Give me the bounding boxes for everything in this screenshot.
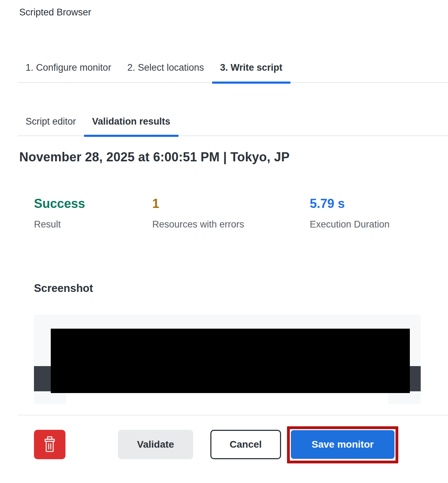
wizard-tab-configure-monitor[interactable]: 1. Configure monitor: [18, 59, 119, 82]
stat-result-label: Result: [34, 219, 85, 230]
screenshot-heading: Screenshot: [34, 282, 93, 295]
result-tabbar: Script editor Validation results: [18, 113, 448, 136]
stat-resources-label: Resources with errors: [152, 219, 244, 230]
tab-script-editor[interactable]: Script editor: [18, 113, 84, 135]
stat-duration-value: 5.79 s: [310, 197, 390, 211]
save-monitor-button[interactable]: Save monitor: [291, 430, 394, 459]
screenshot-redaction-box: [51, 329, 410, 393]
trash-icon: [42, 435, 58, 454]
stat-resources-value: 1: [152, 197, 244, 211]
cancel-button[interactable]: Cancel: [210, 430, 281, 459]
stat-execution-duration: 5.79 s Execution Duration: [310, 197, 390, 230]
stat-result: Success Result: [34, 197, 85, 230]
delete-monitor-button[interactable]: [34, 430, 65, 459]
wizard-tab-select-locations[interactable]: 2. Select locations: [119, 59, 212, 82]
stat-duration-label: Execution Duration: [310, 219, 390, 230]
footer-divider: [18, 415, 448, 415]
stat-result-value: Success: [34, 197, 85, 211]
screenshot-white-strip: [66, 391, 388, 404]
stat-resources-with-errors: 1 Resources with errors: [152, 197, 244, 230]
tab-validation-results[interactable]: Validation results: [84, 113, 178, 135]
validation-run-heading: November 28, 2025 at 6:00:51 PM | Tokyo,…: [19, 150, 289, 164]
validate-button[interactable]: Validate: [118, 430, 193, 459]
screenshot-preview: [34, 315, 421, 404]
wizard-step-tabbar: 1. Configure monitor 2. Select locations…: [18, 59, 448, 83]
page-title: Scripted Browser: [19, 7, 91, 18]
wizard-tab-write-script[interactable]: 3. Write script: [212, 59, 290, 82]
